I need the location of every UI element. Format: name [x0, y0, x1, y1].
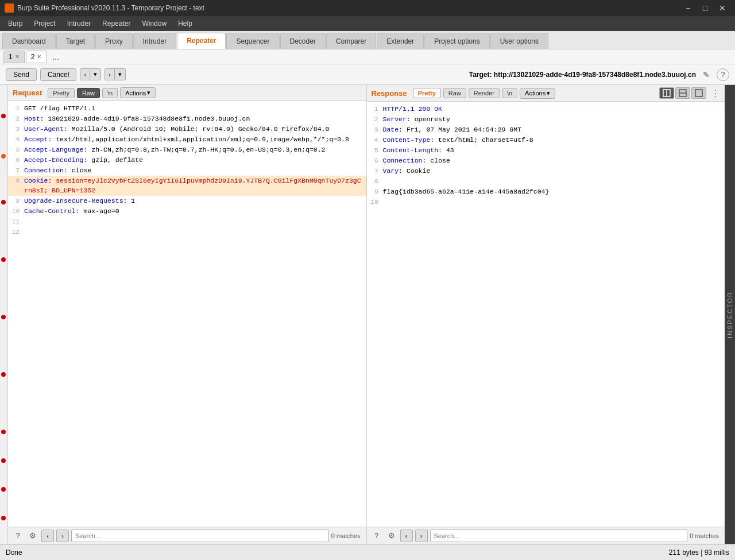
menu-help[interactable]: Help: [172, 18, 198, 29]
line-content: Accept-Language: zh-CN,zh;q=0.8,zh-TW;q=…: [24, 145, 366, 155]
menu-window[interactable]: Window: [136, 18, 172, 29]
view-split-horizontal[interactable]: [659, 87, 674, 99]
response-pretty-button[interactable]: Pretty: [413, 88, 441, 98]
code-line: 11: [8, 217, 366, 227]
repeater-tab-2[interactable]: 2 ✕: [26, 51, 47, 63]
request-title: Request: [13, 88, 42, 97]
line-number: 7: [8, 165, 24, 176]
nav-next-button[interactable]: ›: [105, 68, 115, 80]
request-actions-chevron: ▾: [147, 89, 150, 96]
tab-intruder[interactable]: Intruder: [133, 33, 176, 49]
line-number: 8: [367, 176, 383, 187]
response-search-next-button[interactable]: ›: [415, 530, 428, 542]
code-line: 5Accept-Language: zh-CN,zh;q=0.8,zh-TW;q…: [8, 145, 366, 155]
request-search-help-icon[interactable]: ?: [11, 530, 24, 542]
line-content: Connection: close: [383, 156, 725, 166]
menu-intruder[interactable]: Intruder: [61, 18, 96, 29]
request-code-area[interactable]: 1GET /flag HTTP/1.12Host: 13021029-adde-…: [8, 101, 366, 527]
line-content: [383, 197, 725, 207]
menu-project[interactable]: Project: [28, 18, 61, 29]
code-line: 10: [367, 197, 725, 207]
line-content: [383, 176, 725, 187]
minimize-button[interactable]: −: [680, 1, 696, 15]
code-line: 1GET /flag HTTP/1.1: [8, 103, 366, 114]
response-actions-button[interactable]: Actions ▾: [520, 88, 555, 99]
tab-repeater[interactable]: Repeater: [177, 33, 226, 49]
response-raw-button[interactable]: Raw: [443, 88, 466, 98]
request-pretty-button[interactable]: Pretty: [48, 88, 75, 98]
target-info: Target: http://13021029-adde-4d19-9fa8-1…: [129, 71, 696, 79]
maximize-button[interactable]: □: [697, 1, 713, 15]
repeater-tab-more[interactable]: ...: [48, 52, 64, 61]
line-content: Accept-Encoding: gzip, deflate: [24, 155, 366, 165]
window-controls: − □ ✕: [680, 1, 730, 15]
svg-rect-4: [695, 90, 702, 96]
line-content: Cookie: session=eyJlc2VybFtZSI6eyIgYiI6I…: [24, 176, 366, 196]
line-content: Host: 13021029-adde-4d19-9fa8-157348d8e8…: [24, 114, 366, 124]
line-content: Server: openresty: [383, 114, 725, 125]
response-search-settings-icon[interactable]: ⚙: [385, 530, 398, 542]
response-more-menu[interactable]: ⋮: [711, 88, 720, 99]
line-number: 1: [367, 104, 383, 114]
nav-next-down-button[interactable]: ▾: [115, 68, 126, 80]
response-title: Response: [372, 89, 407, 98]
help-button[interactable]: ?: [717, 68, 729, 81]
inspector-label: INSPECTOR: [726, 291, 733, 338]
request-ln-button[interactable]: \n: [102, 88, 118, 98]
status-text: Done: [6, 549, 22, 557]
request-search-bar: ? ⚙ ‹ › 0 matches: [8, 527, 366, 544]
nav-prev-down-button[interactable]: ▾: [90, 68, 101, 80]
repeater-tab-1[interactable]: 1 ✕: [3, 51, 25, 63]
menu-burp[interactable]: Burp: [2, 18, 28, 29]
inspector-panel: INSPECTOR: [725, 85, 735, 544]
request-actions-button[interactable]: Actions ▾: [120, 87, 156, 98]
nav-next-group: › ▾: [105, 68, 126, 80]
request-raw-button[interactable]: Raw: [77, 88, 100, 98]
app-icon: [5, 3, 14, 13]
response-search-prev-button[interactable]: ‹: [400, 530, 413, 542]
window-title: Burp Suite Professional v2020.11.3 - Tem…: [17, 4, 204, 12]
cancel-button[interactable]: Cancel: [40, 68, 76, 81]
top-tab-bar: Dashboard Target Proxy Intruder Repeater…: [0, 31, 735, 49]
view-single[interactable]: [691, 87, 706, 99]
response-code-area[interactable]: 1HTTP/1.1 200 OK2Server: openresty3Date:…: [367, 102, 725, 527]
close-button[interactable]: ✕: [714, 1, 730, 15]
status-info: 211 bytes | 93 millis: [669, 549, 729, 557]
repeater-tab-2-close[interactable]: ✕: [37, 53, 41, 60]
tab-proxy[interactable]: Proxy: [95, 33, 133, 49]
tab-project-options[interactable]: Project options: [424, 33, 489, 49]
main-area: Request Pretty Raw \n Actions ▾ 1GET /fl…: [0, 85, 735, 544]
response-search-help-icon[interactable]: ?: [370, 530, 383, 542]
nav-prev-button[interactable]: ‹: [80, 68, 90, 80]
request-search-input[interactable]: [71, 530, 329, 542]
response-render-button[interactable]: Render: [469, 88, 500, 98]
menu-repeater[interactable]: Repeater: [96, 18, 136, 29]
tab-dashboard[interactable]: Dashboard: [2, 33, 56, 49]
line-number: 12: [8, 227, 24, 237]
tab-sequencer[interactable]: Sequencer: [226, 33, 279, 49]
line-number: 3: [367, 125, 383, 135]
request-search-next-button[interactable]: ›: [56, 530, 69, 542]
tab-extender[interactable]: Extender: [377, 33, 424, 49]
tab-user-options[interactable]: User options: [490, 33, 548, 49]
line-number: 9: [8, 196, 24, 206]
response-panel: Response Pretty Raw Render \n Actions ▾: [367, 85, 725, 544]
response-ln-button[interactable]: \n: [502, 88, 517, 98]
code-line: 2Server: openresty: [367, 114, 725, 125]
request-search-prev-button[interactable]: ‹: [41, 530, 54, 542]
request-search-settings-icon[interactable]: ⚙: [26, 530, 39, 542]
line-content: Upgrade-Insecure-Requests: 1: [24, 196, 366, 206]
response-actions-chevron: ▾: [547, 90, 550, 97]
edit-target-button[interactable]: ✎: [699, 68, 713, 82]
tab-target[interactable]: Target: [56, 33, 95, 49]
line-content: flag{1db3ad65-a62a-411e-a14e-445a8ad2fc0…: [383, 187, 725, 197]
line-content: Connection: close: [24, 165, 366, 176]
tab-comparer[interactable]: Comparer: [326, 33, 376, 49]
response-search-input[interactable]: [430, 530, 688, 542]
tab-decoder[interactable]: Decoder: [280, 33, 326, 49]
code-line: 8Cookie: session=eyJlc2VybFtZSI6eyIgYiI6…: [8, 176, 366, 196]
code-line: 10Cache-Control: max-age=0: [8, 206, 366, 217]
send-button[interactable]: Send: [6, 68, 37, 81]
repeater-tab-1-close[interactable]: ✕: [15, 53, 20, 60]
view-split-vertical[interactable]: [675, 87, 690, 99]
